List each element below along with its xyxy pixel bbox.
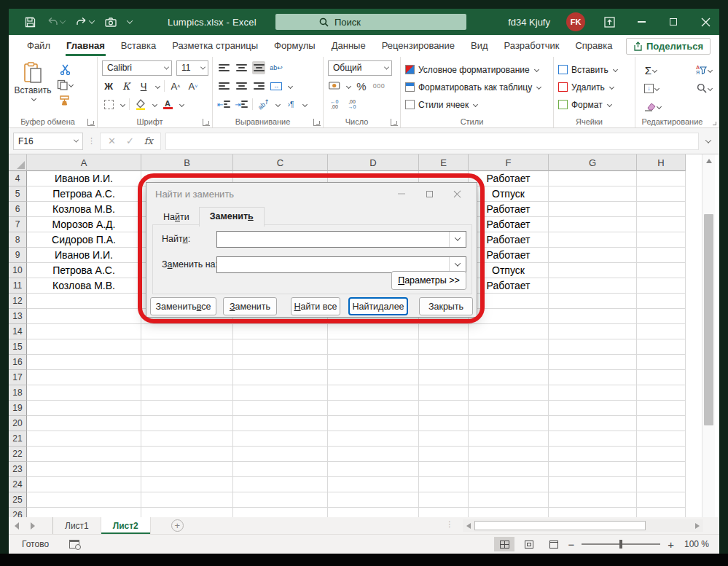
cell-F14[interactable] [469,324,549,339]
ribbon-tab-Разработчик[interactable]: Разработчик [496,36,568,56]
cell-B15[interactable] [141,339,233,355]
cell-G15[interactable] [549,339,637,355]
cell-D17[interactable] [328,370,419,385]
ribbon-tab-Файл[interactable]: Файл [19,36,58,56]
cell-D16[interactable] [328,355,419,370]
cell-A22[interactable] [27,447,141,462]
font-name-combo[interactable]: Calibri [102,60,172,76]
cell-G20[interactable] [549,416,637,431]
cell-A19[interactable] [27,401,141,416]
row-header-4[interactable]: 4 [9,171,27,186]
row-header-23[interactable]: 23 [9,462,27,477]
align-left-icon[interactable] [217,79,230,93]
cell-G18[interactable] [549,385,637,401]
cell-F22[interactable] [469,447,549,462]
fill-color-icon[interactable] [134,98,147,111]
cell-B26[interactable] [141,508,233,517]
scroll-up-icon[interactable] [702,154,715,168]
scroll-left-icon[interactable] [463,519,474,532]
styles-item-2[interactable]: Стили ячеек [405,97,541,112]
cell-G23[interactable] [549,462,637,477]
cell-A26[interactable] [27,508,141,517]
cell-A10[interactable]: Петрова А.С. [27,263,141,278]
borders-icon[interactable] [102,98,115,111]
underline-button[interactable]: Ч [137,79,150,93]
sort-filter-icon[interactable]: АЯ [696,63,712,76]
cell-C14[interactable] [233,324,328,339]
cell-G17[interactable] [549,370,637,385]
cell-H4[interactable] [637,171,686,186]
autosum-icon[interactable]: Σ [644,63,657,76]
ribbon-tab-Вставка[interactable]: Вставка [113,36,164,56]
cell-H16[interactable] [637,355,686,370]
search-box[interactable]: Поиск [275,14,466,30]
cell-H18[interactable] [637,385,686,401]
column-header-D[interactable]: D [328,154,419,171]
cell-A8[interactable]: Сидоров П.А. [27,232,141,248]
cell-B16[interactable] [141,355,233,370]
cell-A9[interactable]: Иванов И.И. [27,248,141,263]
format-painter-icon[interactable] [57,93,73,106]
close-button[interactable] [697,14,713,30]
merge-center-icon[interactable]: ↔ [270,79,283,93]
cell-E14[interactable] [419,324,469,339]
cell-H25[interactable] [637,492,686,508]
insert-function-icon[interactable]: fx [144,135,153,146]
replace-all-button[interactable]: Заменить все [150,297,216,315]
bold-button[interactable]: Ж [102,79,115,93]
find-all-button[interactable]: Найти все [291,297,340,315]
minimize-button[interactable] [633,14,649,30]
cell-F20[interactable] [469,416,549,431]
cell-G13[interactable] [549,309,637,324]
row-header-15[interactable]: 15 [9,339,27,355]
cell-D22[interactable] [328,447,419,462]
find-what-dropdown-icon[interactable] [449,232,466,247]
maximize-button[interactable] [665,14,681,30]
ribbon-tab-Справка[interactable]: Справка [567,36,620,56]
cancel-entry-icon[interactable]: ✕ [108,135,116,146]
cell-A25[interactable] [27,492,141,508]
cell-H13[interactable] [637,309,686,324]
cell-F7[interactable]: Работает [469,217,549,232]
vertical-scrollbar[interactable] [702,154,715,517]
cell-H9[interactable] [637,248,686,263]
dialog-tab-replace[interactable]: Заменить [199,207,265,227]
font-color-icon[interactable]: А [161,98,174,111]
clear-icon[interactable] [644,100,661,113]
close-dialog-button[interactable]: Закрыть [419,297,473,315]
row-header-24[interactable]: 24 [9,477,27,492]
decrease-font-icon[interactable]: A˅ [187,79,200,93]
cell-A7[interactable]: Морозов А.Д. [27,217,141,232]
cell-H26[interactable] [637,508,686,517]
cell-G11[interactable] [549,278,637,294]
cell-F13[interactable] [469,309,549,324]
cell-A20[interactable] [27,416,141,431]
decrease-indent-icon[interactable]: ⇤ [217,98,230,111]
cell-D25[interactable] [328,492,419,508]
new-sheet-button[interactable]: + [171,519,184,532]
cell-F21[interactable] [469,431,549,447]
cell-H17[interactable] [637,370,686,385]
fill-color-chevron-icon[interactable] [152,101,157,106]
cell-G5[interactable] [549,186,637,202]
cell-F25[interactable] [469,492,549,508]
cell-C25[interactable] [233,492,328,508]
vertical-scroll-thumb[interactable] [704,214,713,425]
cell-B23[interactable] [141,462,233,477]
align-right-icon[interactable] [252,79,265,93]
cell-G4[interactable] [549,171,637,186]
cell-C22[interactable] [233,447,328,462]
cell-H15[interactable] [637,339,686,355]
cell-G9[interactable] [549,248,637,263]
ribbon-tab-Разметка страницы[interactable]: Разметка страницы [164,36,266,56]
row-header-16[interactable]: 16 [9,355,27,370]
cell-G26[interactable] [549,508,637,517]
dialog-maximize-icon[interactable] [415,183,443,205]
cell-A14[interactable] [27,324,141,339]
row-header-17[interactable]: 17 [9,370,27,385]
cell-A12[interactable] [27,294,141,309]
row-header-19[interactable]: 19 [9,401,27,416]
zoom-slider[interactable] [582,543,660,545]
cells-item-2[interactable]: Формат [558,97,617,112]
increase-decimal-icon[interactable]: ←0,00 [328,98,341,111]
